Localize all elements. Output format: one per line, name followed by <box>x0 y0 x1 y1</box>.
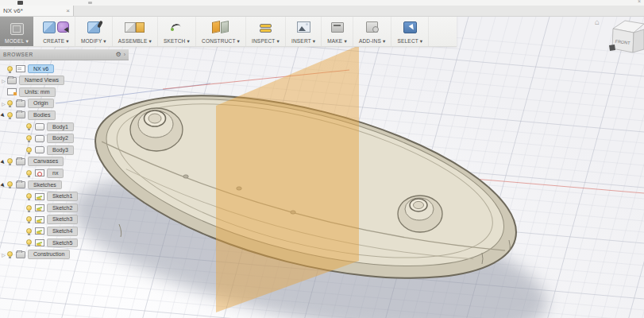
home-icon[interactable]: ⌂ <box>595 17 600 26</box>
folder-icon <box>16 158 25 165</box>
document-tabbar: NX v6* × <box>0 6 644 17</box>
visibility-bulb-icon[interactable] <box>26 147 33 153</box>
construct-plane-icon <box>221 21 229 33</box>
browser-item-label[interactable]: Sketch2 <box>47 204 78 213</box>
browser-item-label[interactable]: Construction <box>28 250 70 259</box>
browser-item-label[interactable]: nx <box>47 169 64 178</box>
browser-row-nx-v6[interactable]: NX v6 <box>0 64 129 74</box>
browser-row-units-mm[interactable]: Units: mm <box>0 87 129 97</box>
browser-row-nx[interactable]: nx <box>19 168 129 178</box>
toolbar-menu-create[interactable]: CREATE ▾ <box>37 16 75 46</box>
viewcube-corner-cube[interactable] <box>609 45 615 51</box>
visibility-bulb-icon[interactable] <box>26 193 33 200</box>
browser-row-sketch2[interactable]: Sketch2 <box>19 203 129 213</box>
sketch-doc-icon <box>35 193 44 200</box>
canvas-image-icon <box>35 169 44 176</box>
browser-tree: NX v6▷Named ViewsUnits: mm▷Origin▶Bodies… <box>0 60 129 260</box>
browser-row-sketch1[interactable]: Sketch1 <box>19 192 129 202</box>
toolbar-menu-addins[interactable]: ADD-INS ▾ <box>353 16 392 46</box>
toolbar-menu-assemble[interactable]: ASSEMBLE ▾ <box>113 16 158 46</box>
folder-icon <box>16 251 25 258</box>
browser-row-bodies[interactable]: ▶Bodies <box>0 110 129 120</box>
visibility-bulb-icon[interactable] <box>26 216 33 223</box>
browser-item-label[interactable]: Body2 <box>47 134 74 143</box>
toolbar-menu-inspect[interactable]: INSPECT ▾ <box>246 16 286 46</box>
visibility-bulb-icon[interactable] <box>26 123 33 130</box>
toolbar-menu-label: CONSTRUCT ▾ <box>202 38 240 45</box>
browser-panel: BROWSER ⚙ › NX v6▷Named ViewsUnits: mm▷O… <box>0 49 129 261</box>
sketch-spline-icon <box>171 22 183 32</box>
browser-item-label[interactable]: Bodies <box>28 111 56 120</box>
visibility-bulb-icon[interactable] <box>26 239 33 246</box>
toolbar-menu-insert[interactable]: INSERT ▾ <box>286 16 322 46</box>
toolbar-menu-select[interactable]: SELECT ▾ <box>391 16 429 46</box>
sketch-doc-icon <box>35 227 44 235</box>
panel-collapse-icon[interactable]: › <box>124 52 125 57</box>
visibility-bulb-icon[interactable] <box>26 135 33 142</box>
sketch-doc-icon <box>35 204 44 211</box>
make-3dprint-icon <box>331 22 344 33</box>
browser-row-body2[interactable]: Body2 <box>19 134 129 144</box>
visibility-bulb-icon[interactable] <box>26 170 33 176</box>
visibility-bulb-icon[interactable] <box>7 181 13 188</box>
toolbar-menu-label: ADD-INS ▾ <box>359 38 386 45</box>
toolbar-menu-construct[interactable]: CONSTRUCT ▾ <box>196 16 246 46</box>
gear-icon[interactable]: ⚙ <box>115 52 121 58</box>
browser-row-sketch5[interactable]: Sketch5 <box>19 238 129 248</box>
browser-item-label[interactable]: Origin <box>28 99 54 108</box>
browser-item-label[interactable]: Named Views <box>19 76 64 85</box>
expand-collapsed-icon[interactable]: ▷ <box>0 101 7 107</box>
visibility-bulb-icon[interactable] <box>7 158 13 165</box>
browser-row-body1[interactable]: Body1 <box>19 122 129 132</box>
expand-collapsed-icon[interactable]: ▷ <box>0 78 7 83</box>
browser-item-label[interactable]: NX v6 <box>28 64 54 74</box>
browser-row-construction[interactable]: ▷Construction <box>0 250 129 260</box>
visibility-bulb-icon[interactable] <box>7 251 13 258</box>
browser-row-sketch3[interactable]: Sketch3 <box>19 215 129 225</box>
expand-collapsed-icon[interactable]: ▷ <box>0 252 7 258</box>
toolbar-menu-label: INSERT ▾ <box>291 38 315 45</box>
tab-close-icon[interactable]: × <box>66 8 70 14</box>
browser-row-sketch4[interactable]: Sketch4 <box>19 226 129 236</box>
browser-header[interactable]: BROWSER ⚙ › <box>0 49 129 60</box>
assemble-components-icon <box>125 22 136 33</box>
titlebar-caret-icon[interactable] <box>88 2 92 4</box>
left-knob-boss[interactable] <box>130 108 183 151</box>
browser-item-label[interactable]: Sketch3 <box>47 215 78 224</box>
model-menu-label: MODEL <box>5 38 24 44</box>
window-close-icon[interactable]: × <box>638 0 641 4</box>
body-cube-icon <box>35 135 44 142</box>
visibility-bulb-icon[interactable] <box>7 66 13 72</box>
browser-row-named-views[interactable]: ▷Named Views <box>0 76 129 86</box>
folder-icon <box>16 181 25 188</box>
browser-row-sketches[interactable]: ▶Sketches <box>0 180 129 190</box>
browser-item-label[interactable]: Body1 <box>47 122 74 132</box>
toolbar: MODEL ▾ CREATE ▾ MODIFY ▾ ASSEMBLE ▾ SKE… <box>0 16 457 47</box>
browser-row-canvases[interactable]: ▶Canvases <box>0 157 129 167</box>
create-solid-icon <box>57 21 69 33</box>
titlebar: × <box>0 0 644 6</box>
browser-item-label[interactable]: Sketch1 <box>47 192 78 201</box>
browser-item-label[interactable]: Sketch5 <box>47 238 78 248</box>
viewcube-right-face[interactable] <box>633 29 644 52</box>
browser-item-label[interactable]: Canvases <box>28 157 64 166</box>
toolbar-menu-make[interactable]: MAKE ▾ <box>322 16 353 46</box>
right-knob-boss[interactable] <box>398 196 442 232</box>
workspace-switcher-model[interactable]: MODEL ▾ <box>0 16 33 46</box>
browser-item-label[interactable]: Body3 <box>47 145 74 155</box>
browser-row-body3[interactable]: Body3 <box>19 145 129 155</box>
visibility-bulb-icon[interactable] <box>7 112 13 118</box>
select-cursor-icon <box>403 21 417 33</box>
browser-row-origin[interactable]: ▷Origin <box>0 99 129 109</box>
app-icon[interactable] <box>17 1 23 5</box>
visibility-bulb-icon[interactable] <box>26 228 33 235</box>
document-tab[interactable]: NX v6* × <box>0 6 74 16</box>
browser-item-label[interactable]: Units: mm <box>19 87 56 97</box>
browser-item-label[interactable]: Sketch4 <box>47 227 78 236</box>
toolbar-menu-modify[interactable]: MODIFY ▾ <box>75 16 113 46</box>
toolbar-menu-label: SELECT ▾ <box>397 38 422 45</box>
visibility-bulb-icon[interactable] <box>7 100 13 107</box>
toolbar-menu-sketch[interactable]: SKETCH ▾ <box>158 16 196 46</box>
browser-item-label[interactable]: Sketches <box>28 180 62 190</box>
visibility-bulb-icon[interactable] <box>26 205 33 211</box>
